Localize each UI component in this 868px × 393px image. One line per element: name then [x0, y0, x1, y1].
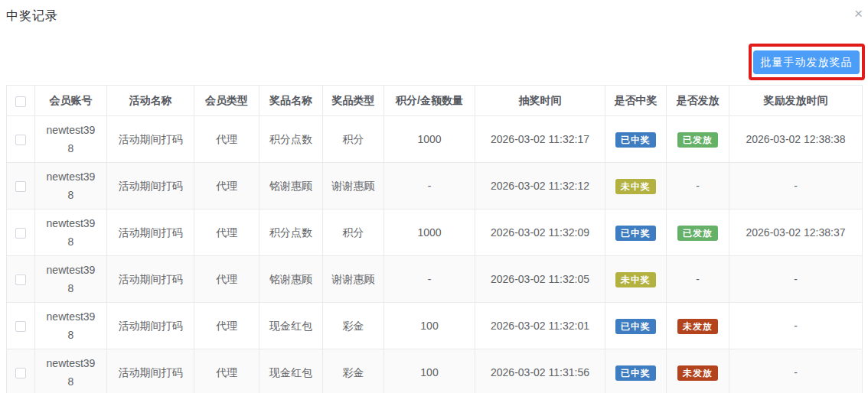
cell-issue-time: -: [729, 163, 863, 209]
issue-status-badge: 已发放: [677, 132, 718, 148]
cell-prize-name: 积分点数: [259, 209, 323, 256]
cell-prize-name: 铭谢惠顾: [259, 256, 323, 303]
cell-activity: 活动期间打码: [107, 116, 194, 163]
cell-is-issued: 未发放: [667, 303, 729, 349]
win-status-badge: 已中奖: [615, 365, 656, 381]
col-prize-type: 奖品类型: [323, 86, 384, 116]
cell-prize-name: 铭谢惠顾: [259, 163, 323, 209]
cell-member-type: 代理: [194, 256, 259, 303]
page-title: 中奖记录: [6, 8, 58, 24]
cell-select: [7, 116, 35, 163]
winning-records-table: 会员账号 活动名称 会员类型 奖品名称 奖品类型 积分/金额数量 抽奖时间 是否…: [6, 85, 863, 393]
cell-is-issued: 已发放: [667, 116, 729, 163]
issue-status-badge: -: [696, 273, 700, 286]
cell-is-win: 已中奖: [605, 209, 667, 256]
cell-issue-time: 2026-03-02 12:38:37: [729, 209, 863, 256]
cell-prize-name: 现金红包: [259, 349, 323, 393]
col-is-issued: 是否发放: [667, 86, 729, 116]
cell-prize-type: 谢谢惠顾: [323, 163, 384, 209]
cell-select: [7, 209, 35, 256]
cell-issue-time: -: [729, 256, 863, 303]
issue-status-badge: 已发放: [677, 226, 718, 241]
win-status-badge: 已中奖: [615, 226, 656, 241]
cell-select: [7, 349, 35, 393]
col-member-type: 会员类型: [194, 86, 259, 116]
cell-prize-type: 谢谢惠顾: [323, 256, 384, 303]
cell-is-issued: 已发放: [667, 209, 729, 256]
cell-account: newtest398: [35, 349, 107, 393]
cell-account: newtest398: [35, 116, 107, 163]
cell-account: newtest398: [35, 303, 107, 349]
cell-is-issued: -: [667, 256, 729, 303]
col-amount: 积分/金额数量: [384, 86, 475, 116]
table-row: newtest398 活动期间打码 代理 现金红包 彩金 100 2026-03…: [7, 349, 863, 393]
cell-amount: 1000: [384, 116, 475, 163]
cell-select: [7, 303, 35, 349]
win-status-badge: 已中奖: [615, 319, 656, 334]
cell-amount: 100: [384, 349, 475, 393]
cell-member-type: 代理: [194, 163, 259, 209]
table-header-row: 会员账号 活动名称 会员类型 奖品名称 奖品类型 积分/金额数量 抽奖时间 是否…: [7, 86, 863, 116]
cell-prize-name: 积分点数: [259, 116, 323, 163]
cell-is-win: 未中奖: [605, 256, 667, 303]
table-row: newtest398 活动期间打码 代理 铭谢惠顾 谢谢惠顾 - 2026-03…: [7, 163, 863, 209]
col-draw-time: 抽奖时间: [475, 86, 605, 116]
cell-is-win: 已中奖: [605, 116, 667, 163]
cell-issue-time: 2026-03-02 12:38:38: [729, 116, 863, 163]
win-status-badge: 未中奖: [615, 272, 656, 287]
cell-member-type: 代理: [194, 116, 259, 163]
cell-prize-type: 积分: [323, 116, 384, 163]
cell-amount: 1000: [384, 209, 475, 256]
row-checkbox[interactable]: [15, 274, 26, 285]
row-checkbox[interactable]: [15, 228, 26, 239]
win-status-badge: 已中奖: [615, 132, 656, 148]
cell-prize-name: 现金红包: [259, 303, 323, 349]
cell-draw-time: 2026-03-02 11:32:09: [475, 209, 605, 256]
table-row: newtest398 活动期间打码 代理 积分点数 积分 1000 2026-0…: [7, 116, 863, 163]
cell-account: newtest398: [35, 256, 107, 303]
cell-select: [7, 163, 35, 209]
issue-status-badge: -: [696, 180, 700, 193]
issue-status-badge: 未发放: [677, 319, 718, 334]
cell-draw-time: 2026-03-02 11:32:12: [475, 163, 605, 209]
cell-is-win: 已中奖: [605, 303, 667, 349]
row-checkbox[interactable]: [15, 321, 26, 332]
col-issue-time: 奖励发放时间: [729, 86, 863, 116]
cell-amount: -: [384, 163, 475, 209]
cell-member-type: 代理: [194, 349, 259, 393]
close-icon[interactable]: ×: [854, 6, 863, 21]
cell-issue-time: -: [729, 303, 863, 349]
cell-prize-type: 积分: [323, 209, 384, 256]
cell-is-issued: 未发放: [667, 349, 729, 393]
cell-member-type: 代理: [194, 209, 259, 256]
cell-prize-type: 彩金: [323, 303, 384, 349]
cell-select: [7, 256, 35, 303]
row-checkbox[interactable]: [15, 368, 26, 378]
cell-activity: 活动期间打码: [107, 209, 194, 256]
cell-issue-time: -: [729, 349, 863, 393]
cell-activity: 活动期间打码: [107, 349, 194, 393]
col-is-win: 是否中奖: [605, 86, 667, 116]
cell-draw-time: 2026-03-02 11:32:01: [475, 303, 605, 349]
issue-status-badge: 未发放: [677, 365, 718, 381]
select-all-checkbox[interactable]: [15, 96, 26, 107]
cell-account: newtest398: [35, 163, 107, 209]
col-member-account: 会员账号: [35, 86, 107, 116]
col-activity-name: 活动名称: [107, 86, 194, 116]
cell-amount: -: [384, 256, 475, 303]
cell-activity: 活动期间打码: [107, 256, 194, 303]
win-status-badge: 未中奖: [615, 179, 656, 194]
batch-distribute-button[interactable]: 批量手动发放奖品: [753, 50, 860, 74]
cell-draw-time: 2026-03-02 11:32:05: [475, 256, 605, 303]
col-select: [7, 86, 35, 116]
cell-amount: 100: [384, 303, 475, 349]
table-row: newtest398 活动期间打码 代理 现金红包 彩金 100 2026-03…: [7, 303, 863, 349]
cell-draw-time: 2026-03-02 11:32:17: [475, 116, 605, 163]
table-row: newtest398 活动期间打码 代理 积分点数 积分 1000 2026-0…: [7, 209, 863, 256]
row-checkbox[interactable]: [15, 181, 26, 192]
cell-is-win: 未中奖: [605, 163, 667, 209]
cell-account: newtest398: [35, 209, 107, 256]
col-prize-name: 奖品名称: [259, 86, 323, 116]
row-checkbox[interactable]: [15, 135, 26, 145]
cell-activity: 活动期间打码: [107, 163, 194, 209]
